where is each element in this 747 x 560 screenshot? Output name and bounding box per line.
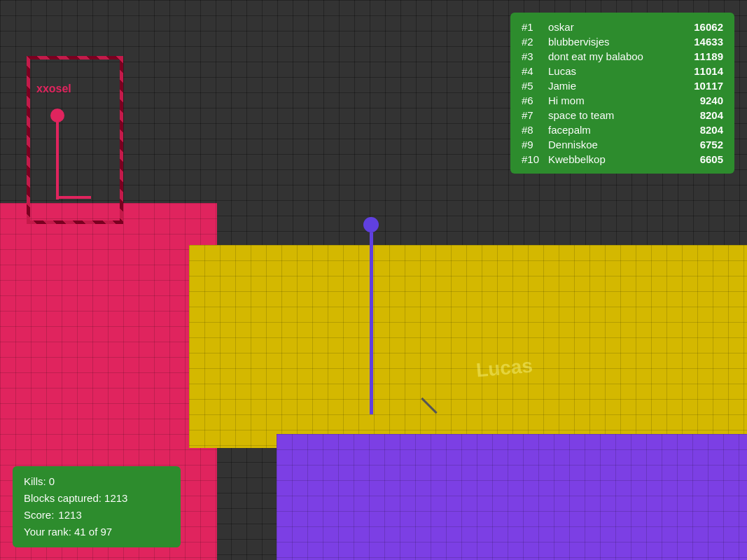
lb-score-4: 11014 [685,65,723,77]
lb-score-8: 8204 [685,124,723,136]
rank-stat: Your rank: 41 of 97 [24,524,169,540]
leaderboard-row-9: #9 Denniskoe 6752 [522,137,723,152]
lb-rank-9: #9 [522,139,548,150]
blocks-stat: Blocks captured: 1213 [24,490,169,507]
territory-purple [277,434,747,560]
score-value: 1213 [58,507,81,524]
lb-score-1: 16062 [685,21,723,33]
player-name-label: xxosel [36,83,71,95]
lb-rank-5: #5 [522,80,548,92]
territory-yellow [189,245,747,448]
score-stat: Score: 1213 [24,507,169,524]
lb-rank-6: #6 [522,94,548,106]
player-trail-border [27,56,123,224]
lb-name-1: oskar [548,21,685,33]
lb-score-10: 6605 [685,153,723,165]
leaderboard-row-6: #6 Hi mom 9240 [522,93,723,108]
lb-name-7: space to team [548,109,685,121]
lb-rank-10: #10 [522,153,548,165]
leaderboard-row-1: #1 oskar 16062 [522,20,723,34]
lb-name-9: Denniskoe [548,139,685,150]
lb-name-3: dont eat my balaboo [548,50,685,62]
snake-trail-pink-vertical [56,115,59,200]
lb-name-5: Jamie [548,80,685,92]
snake-trail-pink-horizontal [56,196,91,199]
lb-name-6: Hi mom [548,94,685,106]
lb-rank-3: #3 [522,50,548,62]
leaderboard-row-7: #7 space to team 8204 [522,108,723,122]
leaderboard-row-4: #4 Lucas 11014 [522,64,723,78]
kills-stat: Kills: 0 [24,473,169,490]
lb-name-2: blubbervisjes [548,36,685,48]
lb-score-5: 10117 [685,80,723,92]
lb-name-4: Lucas [548,65,685,77]
lb-score-3: 11189 [685,50,723,62]
lb-rank-7: #7 [522,109,548,121]
player-purple-dot [363,217,379,232]
score-label: Score: [24,507,54,524]
lb-score-9: 6752 [685,139,723,150]
lb-rank-2: #2 [522,36,548,48]
snake-trail-purple-vertical [370,232,373,414]
lb-name-8: facepalm [548,124,685,136]
leaderboard-row-8: #8 facepalm 8204 [522,122,723,137]
lb-score-7: 8204 [685,109,723,121]
lb-score-6: 9240 [685,94,723,106]
lb-rank-4: #4 [522,65,548,77]
leaderboard-row-5: #5 Jamie 10117 [522,78,723,93]
lb-rank-8: #8 [522,124,548,136]
lb-score-2: 14633 [685,36,723,48]
leaderboard-panel: #1 oskar 16062 #2 blubbervisjes 14633 #3… [510,13,734,174]
lb-rank-1: #1 [522,21,548,33]
leaderboard-row-2: #2 blubbervisjes 14633 [522,34,723,49]
leaderboard-row-3: #3 dont eat my balaboo 11189 [522,49,723,64]
lb-name-10: Kwebbelkop [548,153,685,165]
stats-panel: Kills: 0 Blocks captured: 1213 Score: 12… [13,466,181,547]
leaderboard-row-10: #10 Kwebbelkop 6605 [522,152,723,167]
